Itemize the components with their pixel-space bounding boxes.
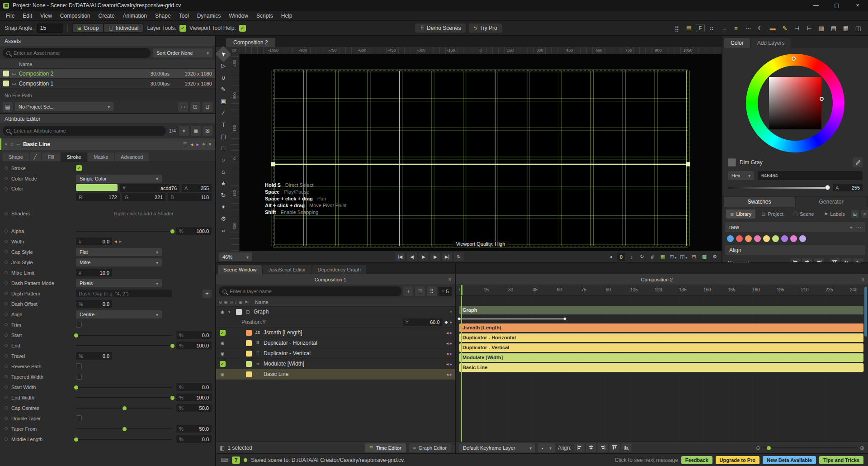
menu-window[interactable]: Window xyxy=(225,11,252,20)
track-duplicator-horizontal[interactable]: Duplicator - Horizontal xyxy=(459,333,863,342)
layer-tools-checkbox[interactable]: ✓ xyxy=(179,25,186,32)
folder-icon[interactable]: ▭ xyxy=(178,102,188,112)
align-dropdown[interactable]: Centre xyxy=(76,310,162,319)
clear-search-icon[interactable]: ⊠ xyxy=(203,126,212,136)
layer-search-input[interactable] xyxy=(230,289,398,294)
magnet-tool[interactable]: ∪ xyxy=(217,72,229,83)
end-field[interactable]: %100.0 xyxy=(176,342,212,349)
color-swatch[interactable] xyxy=(781,235,788,242)
select-tool[interactable]: ➤ xyxy=(215,46,231,62)
hue-selector[interactable] xyxy=(792,57,796,61)
output-connector-icon[interactable]: ▸ xyxy=(450,330,452,335)
visibility-eye-icon[interactable]: ◉ xyxy=(221,372,225,377)
input-connector-icon[interactable]: ◂ xyxy=(446,372,448,377)
split-view-button[interactable]: ⊟ xyxy=(690,253,698,261)
enable-circle-icon[interactable]: ○ xyxy=(10,141,14,147)
prev-frame-button[interactable]: ◀ xyxy=(407,252,417,261)
menu-view[interactable]: View xyxy=(36,11,56,20)
middle-length-slider[interactable] xyxy=(76,436,172,442)
project-set-dropdown[interactable]: No Project Set... xyxy=(15,102,113,111)
color-hex-field[interactable]: #acdd76 xyxy=(120,184,179,192)
tab-fill[interactable]: Fill xyxy=(42,152,60,162)
tips-and-tricks-button[interactable]: Tips and Tricks xyxy=(819,456,863,464)
output-connector-icon[interactable]: ▸ xyxy=(196,141,199,147)
input-connector-icon[interactable]: ◂ xyxy=(446,351,448,356)
dots-grid-icon[interactable]: ⣿ xyxy=(671,23,682,33)
library-tab-scene[interactable]: ▢Scene xyxy=(789,209,818,219)
output-connector-icon[interactable]: ▸ xyxy=(450,361,452,366)
align-right-icon[interactable] xyxy=(598,443,608,452)
tab-shape[interactable]: Shape xyxy=(3,152,29,162)
close-icon[interactable]: × xyxy=(858,276,868,283)
menu-create[interactable]: Create xyxy=(94,11,119,20)
color-r-field[interactable]: R172 xyxy=(76,193,120,201)
stroke-checkbox[interactable]: ✓ xyxy=(76,165,82,171)
visibility-eye-icon[interactable]: ◉ xyxy=(221,309,225,314)
cap-centres-slider[interactable] xyxy=(76,405,172,411)
input-connector-icon[interactable]: ◂ xyxy=(190,141,193,147)
view-layout-dropdown[interactable]: ◫ xyxy=(679,253,688,261)
audio-column-icon[interactable]: ♪ xyxy=(235,300,237,304)
timeline-composition-tab[interactable]: Composition 2 × xyxy=(456,274,868,285)
more-tools-button[interactable]: » xyxy=(217,225,229,236)
panel-icon[interactable]: ▤ xyxy=(684,23,694,33)
refresh-viewport-button[interactable]: ↻ xyxy=(638,253,646,261)
chevron-down-icon[interactable] xyxy=(850,224,852,230)
layer-row-jsmath-length[interactable]: ✓JSJsmath [Length]◂▸ xyxy=(216,328,455,338)
rectangle-tool[interactable]: □ xyxy=(217,143,229,154)
menu-animation[interactable]: Animation xyxy=(119,11,151,20)
asset-row-composition-2[interactable]: ▭Composition 230.00fps1920 x 1080 xyxy=(0,69,215,79)
sort-order-dropdown[interactable]: Sort Order None xyxy=(153,48,212,57)
layer-color-chip[interactable] xyxy=(246,351,252,357)
track-graph[interactable]: Graph xyxy=(459,306,863,314)
slider-knob[interactable] xyxy=(74,385,78,390)
list-view-icon[interactable]: ≡ xyxy=(861,210,868,218)
end-width-slider[interactable] xyxy=(76,395,172,401)
lock-column-icon[interactable]: ⊘ xyxy=(219,300,222,304)
color-swatch[interactable] xyxy=(763,235,770,242)
layer-color-chip[interactable] xyxy=(246,330,252,336)
attribute-item-header[interactable]: ▾ ○ ╌ Basic Line ≣◂▸⌖× xyxy=(0,138,215,150)
try-pro-button[interactable]: ϟ Try Pro xyxy=(469,24,502,33)
color-swatch[interactable] xyxy=(790,235,797,242)
menu-dynamics[interactable]: Dynamics xyxy=(193,11,225,20)
color-swatch[interactable] xyxy=(754,235,761,242)
expander-icon[interactable]: ▾ xyxy=(228,309,234,314)
tab-generator[interactable]: Generator xyxy=(796,197,867,207)
tab-masks[interactable]: Masks xyxy=(88,152,114,162)
property-value[interactable]: Y60.0 xyxy=(403,319,443,326)
mitre-limit-field[interactable]: #10.0 xyxy=(76,269,112,276)
input-connector-icon[interactable]: ◂ xyxy=(446,361,448,366)
track-modulate-width[interactable]: Modulate [Width] xyxy=(459,353,863,362)
layer-row-graph[interactable]: ◉▾▢Graph○ xyxy=(216,307,455,317)
star-tool[interactable]: ★ xyxy=(217,178,229,189)
tab-add-layers[interactable]: Add Layers xyxy=(751,38,791,48)
align-left-icon[interactable]: ⊣ xyxy=(792,23,802,33)
layer-row-modulate-width[interactable]: ✓≈Modulate [Width]◂▸ xyxy=(216,359,455,369)
add-layer-button[interactable]: + xyxy=(403,286,413,296)
alpha-slider-knob[interactable] xyxy=(825,185,830,190)
double-taper-checkbox[interactable] xyxy=(76,415,82,421)
layer-row-duplicator-vertical[interactable]: ◉⠿Duplicator - Vertical◂▸ xyxy=(216,348,455,359)
keyframe-next-icon[interactable]: ▸ xyxy=(119,238,122,244)
viewport-tool-help-checkbox[interactable]: ✓ xyxy=(239,25,246,32)
start-slider[interactable] xyxy=(76,332,172,338)
start-width-field[interactable]: %0.0 xyxy=(176,383,212,391)
color-mode-dropdown[interactable]: Single Color xyxy=(76,175,162,183)
close-icon[interactable]: × xyxy=(445,276,455,283)
polygon-tool[interactable]: ⌂ xyxy=(217,166,229,177)
solo-column-icon[interactable]: ◎ xyxy=(229,300,233,304)
asset-search-input[interactable] xyxy=(14,50,147,56)
dash-pattern-field[interactable]: Dash, Gap (e.g. "4, 2") xyxy=(76,290,172,297)
keyframe-icon[interactable]: ◆ xyxy=(563,316,566,321)
swatch-group-header[interactable]: new ⋯ xyxy=(725,222,865,232)
slider-knob[interactable] xyxy=(170,229,175,233)
menu-tool[interactable]: Tool xyxy=(175,11,193,20)
layer-row-duplicator-horizontal[interactable]: ◉⠿Duplicator - Horizontal◂▸ xyxy=(216,338,455,348)
stack-align-icon[interactable]: ≡ xyxy=(731,23,741,33)
next-keyframe-icon[interactable]: ▸ xyxy=(450,320,452,324)
pen-tool[interactable]: ✎ xyxy=(217,84,229,95)
color-b-field[interactable]: B118 xyxy=(168,193,212,201)
alpha-slider[interactable] xyxy=(728,187,829,189)
timeline-zoom-knob[interactable] xyxy=(767,446,771,450)
